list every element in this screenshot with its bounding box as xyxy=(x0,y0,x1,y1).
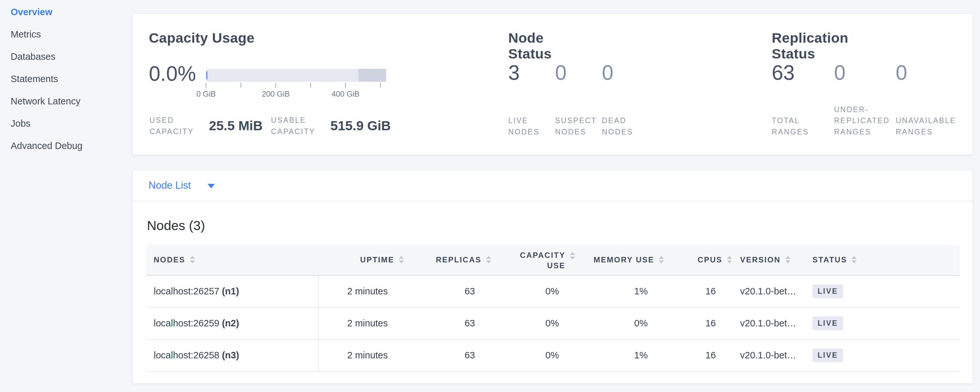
replicas-cell: 63 xyxy=(404,308,491,339)
replicas-cell: 63 xyxy=(404,276,491,307)
sidebar-item-databases[interactable]: Databases xyxy=(0,46,132,68)
column-label: VERSION xyxy=(740,255,781,265)
column-header-cpus[interactable]: CPUS xyxy=(664,244,732,275)
replication-status-title: Replication Status xyxy=(772,30,848,62)
node-address: localhost:26257 xyxy=(154,286,219,297)
suspect-nodes-label: SUSPECT NODES xyxy=(555,115,595,137)
used-capacity-value: 25.5 MiB xyxy=(209,118,262,134)
sort-icon xyxy=(399,256,404,263)
column-header-memory-use[interactable]: MEMORY USE xyxy=(575,244,664,275)
sort-icon xyxy=(570,252,575,260)
node-address: localhost:26259 xyxy=(154,318,219,329)
sidebar-item-jobs[interactable]: Jobs xyxy=(0,112,132,135)
live-nodes-label: LIVE NODES xyxy=(508,115,549,137)
capacity-use-cell: 0% xyxy=(491,276,575,307)
capacity-bar-other-segment xyxy=(358,69,386,82)
column-label: CAPACITY USE xyxy=(517,250,565,271)
cluster-overview-card: Capacity Usage 0.0% 0 GiB 200 GiB 400 Gi… xyxy=(132,14,973,155)
axis-tick xyxy=(240,83,241,88)
sidebar-item-statements[interactable]: Statements xyxy=(0,68,132,90)
column-label: REPLICAS xyxy=(436,255,482,265)
column-header-capacity-use[interactable]: CAPACITY USE xyxy=(491,244,575,275)
unavailable-ranges-value: 0 xyxy=(896,62,970,83)
status-badge: LIVE xyxy=(812,316,843,330)
memory-use-cell: 1% xyxy=(575,276,664,307)
memory-use-cell: 1% xyxy=(575,339,664,371)
under-replicated-ranges-stat: 0 UNDER-REPLICATED RANGES xyxy=(834,62,896,137)
column-label: MEMORY USE xyxy=(593,255,654,265)
uptime-cell: 2 minutes xyxy=(319,276,404,307)
sidebar-item-network-latency[interactable]: Network Latency xyxy=(0,90,132,112)
node-address: localhost:26258 xyxy=(154,350,219,361)
version-cell: v20.1.0-bet… xyxy=(732,308,810,339)
sort-icon xyxy=(727,256,732,263)
capacity-bar-used-segment xyxy=(206,72,207,79)
under-replicated-ranges-label: UNDER-REPLICATED RANGES xyxy=(834,104,899,138)
status-cell: LIVE xyxy=(810,276,960,307)
live-nodes-stat: 3 LIVE NODES xyxy=(508,62,555,137)
uptime-cell: 2 minutes xyxy=(319,339,404,371)
axis-tick xyxy=(206,83,206,88)
column-label: CPUS xyxy=(697,255,722,265)
used-capacity-stat: USED CAPACITY 25.5 MiB xyxy=(150,115,262,137)
cpus-cell: 16 xyxy=(664,339,732,371)
dead-nodes-value: 0 xyxy=(602,62,649,83)
table-row-node-1[interactable]: localhost:26257 (n1) 2 minutes 63 0% 1% … xyxy=(146,276,960,308)
total-ranges-value: 63 xyxy=(772,62,834,83)
node-id: (n2) xyxy=(222,318,239,329)
cpus-cell: 16 xyxy=(664,276,732,307)
node-status-title: Node Status xyxy=(508,30,552,62)
status-cell: LIVE xyxy=(810,308,960,339)
dead-nodes-label: DEAD NODES xyxy=(602,115,642,137)
nodes-heading: Nodes (3) xyxy=(147,218,205,233)
column-header-version[interactable]: VERSION xyxy=(732,244,810,275)
unavailable-ranges-label: UNAVAILABLE RANGES xyxy=(896,115,960,137)
caret-down-icon xyxy=(208,184,215,188)
capacity-use-cell: 0% xyxy=(491,339,575,371)
axis-tick xyxy=(380,83,381,88)
sidebar-item-advanced-debug[interactable]: Advanced Debug xyxy=(0,135,132,157)
table-row-node-3[interactable]: localhost:26258 (n3) 2 minutes 63 0% 1% … xyxy=(146,339,960,372)
axis-tick xyxy=(310,83,311,88)
column-header-replicas[interactable]: REPLICAS xyxy=(404,244,491,275)
capacity-use-cell: 0% xyxy=(491,308,575,339)
axis-label-400: 400 GiB xyxy=(332,89,360,99)
column-header-nodes[interactable]: NODES xyxy=(146,244,319,275)
sort-icon xyxy=(785,256,791,263)
dead-nodes-stat: 0 DEAD NODES xyxy=(602,62,649,137)
status-badge: LIVE xyxy=(812,284,843,298)
node-id: (n1) xyxy=(222,286,239,297)
axis-tick xyxy=(345,83,346,88)
table-row-node-2[interactable]: localhost:26259 (n2) 2 minutes 63 0% 0% … xyxy=(146,308,960,339)
memory-use-cell: 0% xyxy=(575,308,664,339)
node-address-cell: localhost:26258 (n3) xyxy=(146,339,319,371)
usable-capacity-label: USABLE CAPACITY xyxy=(271,115,326,137)
capacity-usage-title: Capacity Usage xyxy=(149,30,255,46)
node-address-cell: localhost:26259 (n2) xyxy=(146,308,319,339)
status-badge: LIVE xyxy=(812,348,843,362)
usable-capacity-stat: USABLE CAPACITY 515.9 GiB xyxy=(271,115,391,137)
version-cell: v20.1.0-bet… xyxy=(732,276,810,307)
capacity-usage-section: Capacity Usage 0.0% 0 GiB 200 GiB 400 Gi… xyxy=(149,14,504,155)
sidebar-item-overview[interactable]: Overview xyxy=(0,1,132,23)
suspect-nodes-value: 0 xyxy=(555,62,602,83)
sort-icon xyxy=(190,256,195,263)
uptime-cell: 2 minutes xyxy=(319,308,404,339)
column-header-uptime[interactable]: UPTIME xyxy=(319,244,404,275)
sort-icon xyxy=(486,256,491,263)
total-ranges-label: TOTAL RANGES xyxy=(772,115,836,137)
axis-label-0: 0 GiB xyxy=(196,89,216,99)
sort-icon xyxy=(659,256,664,263)
usable-capacity-value: 515.9 GiB xyxy=(330,118,391,134)
column-header-status[interactable]: STATUS xyxy=(810,244,960,275)
live-nodes-value: 3 xyxy=(508,62,555,83)
sidebar: Overview Metrics Databases Statements Ne… xyxy=(0,0,132,392)
node-list-card: Node List Nodes (3) NODES UPTIME REPLICA… xyxy=(132,170,973,384)
sidebar-item-metrics[interactable]: Metrics xyxy=(0,23,132,46)
sort-icon xyxy=(851,256,857,263)
view-selector-dropdown[interactable]: Node List xyxy=(133,170,972,201)
unavailable-ranges-stat: 0 UNAVAILABLE RANGES xyxy=(896,62,970,137)
cpus-cell: 16 xyxy=(664,308,732,339)
column-label: NODES xyxy=(154,255,185,265)
total-ranges-stat: 63 TOTAL RANGES xyxy=(772,62,834,137)
